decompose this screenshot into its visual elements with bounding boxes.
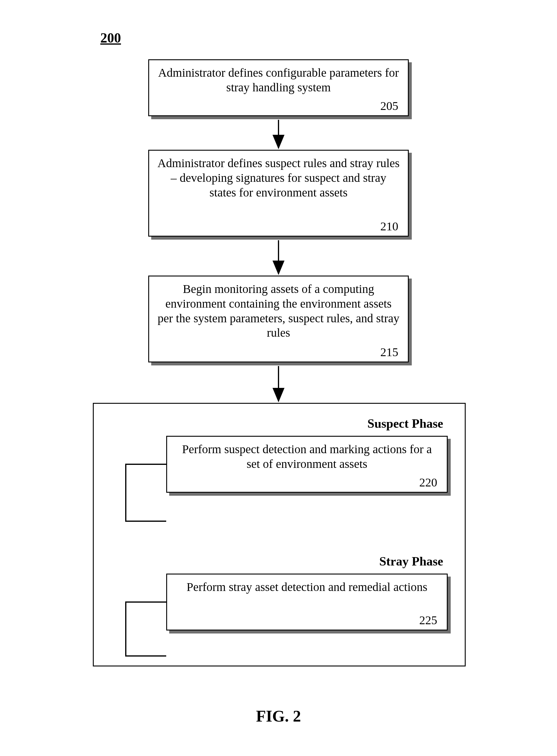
flow-box-215-text: Begin monitoring assets of a computing e…: [157, 282, 400, 345]
flow-box-210-num: 210: [157, 219, 400, 233]
flow-box-215: Begin monitoring assets of a computing e…: [148, 275, 409, 362]
figure-caption: FIG. 2: [234, 707, 323, 725]
flow-box-205-num: 205: [157, 99, 400, 113]
flow-box-220-num: 220: [175, 475, 439, 489]
flow-box-205-text: Administrator defines configurable param…: [157, 66, 400, 99]
flow-box-210: Administrator defines suspect rules and …: [148, 150, 409, 237]
figure-number-label: 200: [100, 30, 121, 46]
flow-box-225: Perform stray asset detection and remedi…: [166, 574, 448, 631]
suspect-phase-label: Suspect Phase: [323, 416, 443, 431]
flow-box-215-num: 215: [157, 345, 400, 359]
flow-box-220-text: Perform suspect detection and marking ac…: [175, 442, 439, 475]
flow-box-225-num: 225: [175, 613, 439, 627]
stray-phase-label: Stray Phase: [344, 554, 443, 569]
flow-box-220: Perform suspect detection and marking ac…: [166, 436, 448, 493]
flow-box-205: Administrator defines configurable param…: [148, 59, 409, 116]
flow-box-210-text: Administrator defines suspect rules and …: [157, 156, 400, 219]
figure-page: 200 Administrator defines configurable p…: [0, 0, 557, 756]
flow-box-225-text: Perform stray asset detection and remedi…: [175, 580, 439, 613]
